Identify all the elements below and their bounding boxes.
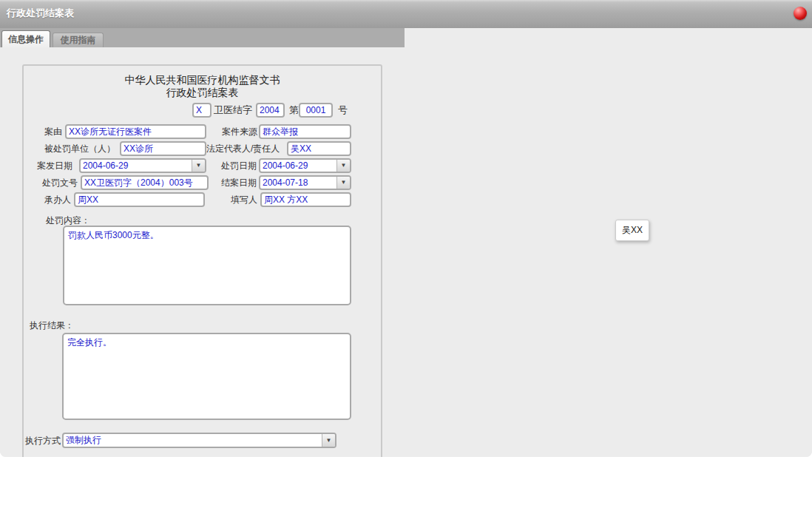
doc-di-label: 第 (289, 103, 299, 118)
handler-label: 承办人 (44, 192, 71, 207)
case-date-label: 案发日期 (37, 158, 72, 173)
tab-strip: 信息操作 使用指南 (0, 28, 405, 47)
tab-info-operation-label: 信息操作 (8, 34, 44, 44)
punished-unit-label: 被处罚单位（人） (44, 141, 115, 156)
dropdown-arrow-icon[interactable]: ▼ (322, 434, 335, 447)
window-titlebar: 行政处罚结案表 (0, 0, 812, 28)
dropdown-arrow-glyph: ▼ (196, 163, 202, 169)
dropdown-arrow-glyph: ▼ (341, 163, 347, 169)
punished-unit-input[interactable] (120, 141, 206, 156)
window-title: 行政处罚结案表 (7, 0, 74, 27)
exec-result-label: 执行结果： (30, 318, 74, 333)
close-date-label: 结案日期 (221, 175, 257, 190)
content-area: 中华人民共和国医疗机构监督文书 行政处罚结案表 卫医结字 第 号 案由 案件来源… (0, 47, 812, 457)
filler-label: 填写人 (231, 192, 257, 207)
tab-info-operation[interactable]: 信息操作 (1, 30, 50, 48)
case-source-label: 案件来源 (222, 124, 257, 139)
tab-user-guide-label: 使用指南 (61, 35, 96, 45)
form-header-line1: 中华人民共和国医疗机构监督文书 (24, 74, 381, 87)
dropdown-arrow-icon[interactable]: ▼ (336, 177, 350, 189)
penalty-doc-no-label: 处罚文号 (42, 175, 78, 190)
tab-user-guide[interactable]: 使用指南 (53, 33, 104, 47)
legal-rep-label: 法定代表人/责任人 (206, 141, 280, 156)
doc-prefix-input[interactable] (192, 103, 212, 118)
doc-serial-input[interactable] (299, 103, 333, 118)
case-source-input[interactable] (259, 124, 351, 139)
form-header-line2: 行政处罚结案表 (24, 87, 381, 100)
exec-method-select[interactable]: 强制执行 ▼ (62, 433, 336, 448)
penalty-date-value: 2004-06-29 (263, 160, 308, 172)
dropdown-arrow-glyph: ▼ (326, 438, 332, 444)
form-panel: 中华人民共和国医疗机构监督文书 行政处罚结案表 卫医结字 第 号 案由 案件来源… (22, 64, 382, 457)
doc-middle-label: 卫医结字 (214, 103, 252, 118)
penalty-date-label: 处罚日期 (221, 158, 257, 173)
handler-input[interactable] (74, 192, 205, 207)
value-tooltip-text: 吴XX (622, 225, 643, 235)
app-window: 行政处罚结案表 信息操作 使用指南 中华人民共和国医疗机构监督文书 行政处罚结案… (0, 0, 812, 457)
close-date-select[interactable]: 2004-07-18 ▼ (259, 175, 351, 190)
doc-hao-label: 号 (338, 103, 348, 118)
dropdown-arrow-icon[interactable]: ▼ (192, 160, 205, 172)
case-cause-input[interactable] (65, 124, 206, 139)
value-tooltip: 吴XX (615, 220, 649, 241)
red-ball-icon[interactable] (794, 7, 807, 20)
close-date-value: 2004-07-18 (263, 177, 308, 189)
case-date-select[interactable]: 2004-06-29 ▼ (79, 158, 206, 173)
penalty-doc-no-input[interactable] (81, 175, 209, 190)
dropdown-arrow-icon[interactable]: ▼ (336, 160, 350, 172)
doc-year-input[interactable] (256, 103, 285, 118)
penalty-date-select[interactable]: 2004-06-29 ▼ (259, 158, 351, 173)
case-cause-label: 案由 (44, 124, 62, 139)
legal-rep-input[interactable] (287, 141, 351, 156)
exec-result-textarea[interactable]: 完全执行。 (62, 333, 351, 420)
exec-method-value: 强制执行 (66, 434, 101, 447)
filler-input[interactable] (260, 192, 351, 207)
case-date-value: 2004-06-29 (83, 160, 128, 172)
dropdown-arrow-glyph: ▼ (341, 180, 347, 186)
penalty-content-textarea[interactable]: 罚款人民币3000元整。 (63, 226, 351, 305)
